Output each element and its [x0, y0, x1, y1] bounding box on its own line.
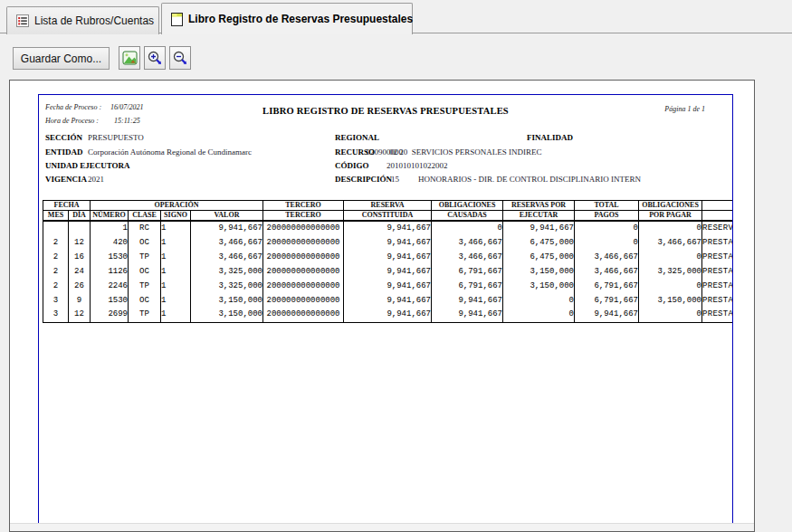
cell-tercero: 200000000000000 [263, 279, 344, 293]
cell-causadas: 9,941,667 [432, 308, 503, 322]
cell-signo: 1 [161, 235, 191, 250]
cell-constituida: 9,941,667 [344, 221, 432, 235]
cell-tipo: PRESTAC [702, 308, 733, 322]
cell-pagos: 6,791,667 [575, 279, 639, 293]
report-page: Fecha de Proceso : 16/07/2021 Hora de Pr… [38, 94, 733, 524]
cell-mes: 2 [43, 235, 69, 250]
cell-ejecutar: 6,475,000 [503, 250, 575, 264]
cell-pagos: 3,466,667 [575, 264, 639, 279]
tab-strip: Lista de Rubros/Cuentas Libro Registro d… [0, 0, 792, 33]
cell-pagos: 3,466,667 [575, 250, 639, 264]
cell-dia: 16 [69, 250, 91, 264]
tab-lista-de-rubros-cuentas[interactable]: Lista de Rubros/Cuentas [6, 6, 159, 34]
table-sub-header-row: MES DÍA NÚMERO CLASE SIGNO VALOR TERCERO… [43, 211, 734, 222]
regional-label: REGIONAL [335, 133, 379, 142]
cell-clase: OC [129, 235, 161, 250]
cell-porpagar: 3,466,667 [639, 235, 702, 250]
group-header-reserva: RESERVA [344, 201, 432, 211]
cell-ejecutar: 3,150,000 [503, 279, 575, 293]
vigencia-label: VIGENCIA [45, 175, 87, 184]
toolbar: Guardar Como... [0, 34, 792, 80]
cell-mes: 2 [43, 264, 69, 279]
cell-clase: RC [129, 221, 161, 235]
cell-tipo: PRESTAC [702, 250, 733, 264]
recurso-label: RECURSO [335, 147, 375, 157]
report-title: LIBRO REGISTRO DE RESERVAS PRESUPUESTALE… [39, 106, 732, 116]
cell-constituida: 9,941,667 [344, 250, 432, 264]
table-row: 2262246TP13,325,0002000000000000009,941,… [43, 279, 734, 293]
cell-ejecutar: 9,941,667 [503, 221, 575, 235]
table-row: 1RC19,941,6672000000000000009,941,66709,… [43, 221, 734, 235]
tab-label: Libro Registro de Reservas Presupuestale… [188, 13, 413, 25]
table-row: 391530OC13,150,0002000000000000009,941,6… [43, 293, 734, 308]
cell-valor: 3,325,000 [191, 279, 263, 293]
cell-causadas: 6,791,667 [432, 279, 503, 293]
col-header-empty [702, 211, 733, 222]
col-header-por-pagar: POR PAGAR [639, 211, 702, 222]
col-header-signo: SIGNO [161, 211, 191, 222]
group-header-total: TOTAL [575, 201, 639, 211]
finalidad-label: FINALIDAD [527, 133, 573, 142]
cell-ejecutar: 3,150,000 [503, 264, 575, 279]
cell-signo: 1 [161, 308, 191, 322]
cell-mes: 3 [43, 308, 69, 322]
cell-numero: 420 [91, 235, 129, 250]
cell-pagos: 0 [575, 221, 639, 235]
zoom-out-button[interactable] [169, 46, 191, 70]
cell-dia: 12 [69, 235, 91, 250]
cell-mes: 3 [43, 293, 69, 308]
export-image-button[interactable] [119, 46, 140, 70]
col-header-constituida: CONSTITUIDA [344, 211, 432, 222]
cell-numero: 2246 [91, 279, 129, 293]
cell-valor: 9,941,667 [191, 221, 263, 235]
cell-causadas: 6,791,667 [432, 264, 503, 279]
cell-causadas: 0 [432, 221, 503, 235]
cell-numero: 1530 [91, 293, 129, 308]
cell-tipo: PRESTACI [702, 293, 733, 308]
table-row: 2241126OC13,325,0002000000000000009,941,… [43, 264, 734, 279]
save-as-button[interactable]: Guardar Como... [13, 47, 110, 70]
cell-signo: 1 [161, 293, 191, 308]
group-header-obligaciones: OBLIGACIONES [432, 201, 503, 211]
hora-proceso-value: 15:11:25 [114, 117, 140, 125]
cell-constituida: 9,941,667 [344, 235, 432, 250]
group-header-obligaciones-2: OBLIGACIONES [639, 201, 702, 211]
cell-dia [69, 221, 91, 235]
cell-constituida: 9,941,667 [344, 293, 432, 308]
cell-numero: 1 [91, 221, 129, 235]
report-preview-panel[interactable]: Fecha de Proceso : 16/07/2021 Hora de Pr… [9, 80, 755, 532]
cell-mes: 2 [43, 250, 69, 264]
cell-tipo: RESERVA [702, 221, 733, 235]
cell-signo: 1 [161, 250, 191, 264]
zoom-in-button[interactable] [144, 46, 166, 70]
table-row: 2161530TP13,466,6672000000000000009,941,… [43, 250, 734, 264]
cell-porpagar: 0 [639, 221, 702, 235]
report-table: FECHA OPERACIÓN TERCERO RESERVA OBLIGACI… [43, 200, 733, 323]
seccion-label: SECCIÓN [45, 133, 82, 142]
cell-clase: TP [129, 250, 161, 264]
cell-signo: 1 [161, 221, 191, 235]
zoom-in-icon [147, 50, 163, 66]
report-table-body: 1RC19,941,6672000000000000009,941,66709,… [43, 221, 734, 322]
col-header-pagos: PAGOS [575, 211, 639, 222]
cell-numero: 2699 [91, 308, 129, 322]
zoom-out-icon [172, 50, 188, 66]
col-header-causadas: CAUSADAS [432, 211, 503, 222]
col-header-mes: MES [43, 211, 69, 222]
cell-tercero: 200000000000000 [263, 308, 344, 322]
seccion-value: PRESUPUESTO [88, 133, 144, 142]
cell-mes: 2 [43, 279, 69, 293]
export-image-icon [122, 51, 138, 65]
descripcion-code: 15 [391, 175, 399, 184]
tab-libro-registro-reservas[interactable]: Libro Registro de Reservas Presupuestale… [161, 3, 413, 34]
cell-signo: 1 [161, 264, 191, 279]
cell-valor: 3,150,000 [191, 293, 263, 308]
cell-clase: TP [129, 308, 161, 322]
table-row: 212420OC13,466,6672000000000000009,941,6… [43, 235, 734, 250]
horizontal-scrollbar[interactable] [10, 523, 754, 531]
cell-tercero: 200000000000000 [263, 293, 344, 308]
list-icon [16, 14, 29, 27]
cell-constituida: 9,941,667 [344, 279, 432, 293]
group-header-fecha: FECHA [43, 201, 91, 211]
col-header-valor: VALOR [191, 211, 263, 222]
